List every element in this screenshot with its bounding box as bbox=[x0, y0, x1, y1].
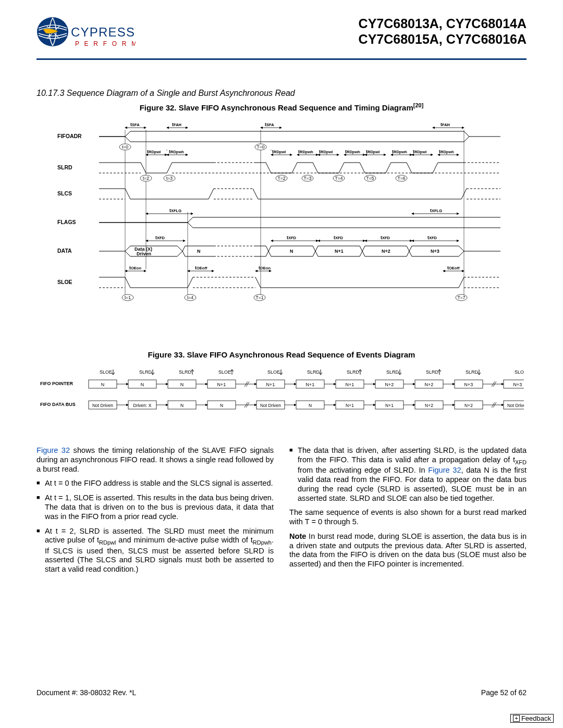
svg-text:N: N bbox=[180, 403, 183, 408]
section-heading: 10.17.3 Sequence Diagram of a Single and… bbox=[36, 89, 527, 98]
svg-text:tRDpwh: tRDpwh bbox=[298, 149, 313, 154]
feedback-label: Feedback bbox=[521, 714, 551, 722]
svg-text:T=3: T=3 bbox=[304, 176, 312, 181]
svg-text:SLOE: SLOE bbox=[100, 369, 112, 375]
svg-text:SLOE: SLOE bbox=[515, 369, 524, 375]
svg-text:N+1: N+1 bbox=[346, 382, 354, 387]
svg-text:N+1: N+1 bbox=[346, 403, 354, 408]
svg-text:N+1: N+1 bbox=[335, 249, 344, 254]
svg-text:t=0: t=0 bbox=[122, 144, 128, 150]
bullet-t0: At t = 0 the FIFO address is stable and … bbox=[36, 479, 274, 488]
ev-row-pointer: FIFO POINTER bbox=[40, 381, 74, 386]
svg-text:SLRD: SLRD bbox=[139, 369, 152, 375]
figure33-events-diagram: FIFO POINTER FIFO DATA BUS NNot DrivenND… bbox=[39, 365, 524, 412]
svg-text:tOEoff: tOEoff bbox=[195, 265, 207, 270]
svg-text:N: N bbox=[309, 403, 312, 408]
svg-text:tRDpwh: tRDpwh bbox=[439, 149, 454, 154]
svg-text:N+3: N+3 bbox=[464, 382, 473, 387]
figure32-caption: Figure 32. Slave FIFO Asynchronous Read … bbox=[36, 102, 527, 112]
svg-text:SLOE: SLOE bbox=[267, 369, 280, 375]
svg-text:N+3: N+3 bbox=[513, 382, 522, 387]
body-columns: Figure 32 shows the timing relationship … bbox=[36, 446, 527, 579]
svg-text:T=5: T=5 bbox=[366, 176, 374, 181]
bullet-data-driven: The data that is driven, after asserting… bbox=[289, 446, 527, 503]
svg-text:N+3: N+3 bbox=[431, 249, 439, 254]
svg-text:tSFA: tSFA bbox=[130, 122, 140, 127]
svg-text:T=2: T=2 bbox=[278, 176, 286, 181]
plus-icon: + bbox=[513, 715, 519, 722]
svg-text:T=4: T=4 bbox=[335, 176, 343, 181]
svg-text:tXFLG: tXFLG bbox=[430, 208, 442, 213]
svg-text:N+1: N+1 bbox=[217, 382, 226, 387]
svg-text:tOEoff: tOEoff bbox=[447, 265, 460, 270]
svg-text:N: N bbox=[180, 382, 184, 387]
svg-text:tXFD: tXFD bbox=[427, 235, 437, 240]
svg-text:Not Driven: Not Driven bbox=[507, 403, 524, 408]
svg-text:tOEon: tOEon bbox=[259, 265, 271, 270]
svg-text:SLRD: SLRD bbox=[307, 369, 320, 375]
sig-slcs: SLCS bbox=[57, 190, 72, 196]
svg-text:tRDpwl: tRDpwl bbox=[413, 149, 426, 154]
figure32-caption-text: Figure 32. Slave FIFO Asynchronous Read … bbox=[140, 103, 413, 112]
figure33-caption: Figure 33. Slave FIFO Asynchronous Read … bbox=[36, 350, 527, 359]
svg-text:t=1: t=1 bbox=[125, 295, 131, 300]
page-footer: Document #: 38-08032 Rev. *L Page 52 of … bbox=[36, 688, 527, 697]
svg-text:tXFD: tXFD bbox=[287, 235, 297, 240]
bullet-t2: At t = 2, SLRD is asserted. The SLRD mus… bbox=[36, 527, 274, 575]
svg-text:tRDpwl: tRDpwl bbox=[272, 149, 286, 154]
part-number-line1: CY7C68013A, CY7C68014A bbox=[359, 16, 527, 31]
svg-text:N+2: N+2 bbox=[425, 403, 433, 408]
part-number-line2: CY7C68015A, CY7C68016A bbox=[359, 31, 527, 47]
svg-text:N+1: N+1 bbox=[266, 382, 275, 387]
cypress-logo-icon: CYPRESS P E R F O R M bbox=[36, 16, 136, 56]
svg-text:tRDpwl: tRDpwl bbox=[366, 149, 380, 154]
logo-text-top: CYPRESS bbox=[71, 25, 135, 39]
right-col: The data that is driven, after asserting… bbox=[289, 446, 527, 579]
svg-text:Not Driven: Not Driven bbox=[260, 403, 281, 408]
link-fig32-2[interactable]: Figure 32 bbox=[428, 466, 461, 474]
sig-flags: FLAGS bbox=[57, 219, 76, 225]
svg-text:T=1: T=1 bbox=[256, 295, 264, 300]
svg-text:tXFLG: tXFLG bbox=[169, 208, 181, 213]
svg-text:N: N bbox=[101, 382, 105, 387]
svg-text:tFAH: tFAH bbox=[172, 122, 181, 127]
svg-text:SLOE: SLOE bbox=[218, 369, 231, 375]
svg-text:Driven: X: Driven: X bbox=[133, 403, 152, 408]
link-fig32[interactable]: Figure 32 bbox=[36, 446, 70, 454]
svg-text:tRDpwl: tRDpwl bbox=[147, 149, 161, 154]
page-root: CYPRESS P E R F O R M CY7C68013A, CY7C68… bbox=[0, 0, 563, 728]
para-burst: The same sequence of events is also show… bbox=[289, 508, 527, 527]
svg-text:tXFD: tXFD bbox=[334, 235, 344, 240]
svg-text:N+2: N+2 bbox=[385, 382, 394, 387]
svg-text:t=4: t=4 bbox=[187, 295, 193, 300]
svg-text:tRDpwh: tRDpwh bbox=[345, 149, 360, 154]
svg-text:tRDpwh: tRDpwh bbox=[392, 149, 407, 154]
svg-text:tOEon: tOEon bbox=[129, 265, 141, 270]
bullet-t1: At t = 1, SLOE is asserted. This results… bbox=[36, 493, 274, 521]
svg-text:tSFA: tSFA bbox=[265, 122, 274, 127]
svg-text:N: N bbox=[197, 249, 201, 254]
page-header: CYPRESS P E R F O R M CY7C68013A, CY7C68… bbox=[36, 16, 527, 60]
logo-text-bottom: P E R F O R M bbox=[75, 40, 136, 47]
sig-sloe: SLOE bbox=[57, 279, 72, 285]
svg-text:SLRD: SLRD bbox=[386, 369, 399, 375]
figure32-footnote: [20] bbox=[413, 102, 424, 108]
svg-text:SLRD: SLRD bbox=[426, 369, 439, 375]
svg-text:T=0: T=0 bbox=[257, 144, 265, 150]
svg-text:t=2: t=2 bbox=[143, 176, 149, 181]
svg-text:tXFD: tXFD bbox=[155, 235, 165, 240]
svg-text:N: N bbox=[141, 382, 144, 387]
figure32-timing-diagram: FIFOADR SLRD SLCS FLAGS DATA SLOE tSFA t… bbox=[47, 118, 516, 314]
svg-text:Driven: Driven bbox=[137, 251, 151, 256]
svg-text:N+2: N+2 bbox=[425, 382, 434, 387]
para-note: Note In burst read mode, during SLOE is … bbox=[289, 532, 527, 569]
feedback-button[interactable]: + Feedback bbox=[510, 714, 554, 723]
page-number: Page 52 of 62 bbox=[481, 688, 527, 697]
svg-text:SLRD: SLRD bbox=[466, 369, 479, 375]
svg-text:SLRD: SLRD bbox=[179, 369, 192, 375]
svg-text:N+1: N+1 bbox=[306, 382, 315, 387]
header-titles: CY7C68013A, CY7C68014A CY7C68015A, CY7C6… bbox=[359, 16, 527, 47]
doc-number: Document #: 38-08032 Rev. *L bbox=[36, 688, 136, 697]
svg-text:tFAH: tFAH bbox=[440, 122, 450, 127]
svg-text:SLRD: SLRD bbox=[347, 369, 360, 375]
